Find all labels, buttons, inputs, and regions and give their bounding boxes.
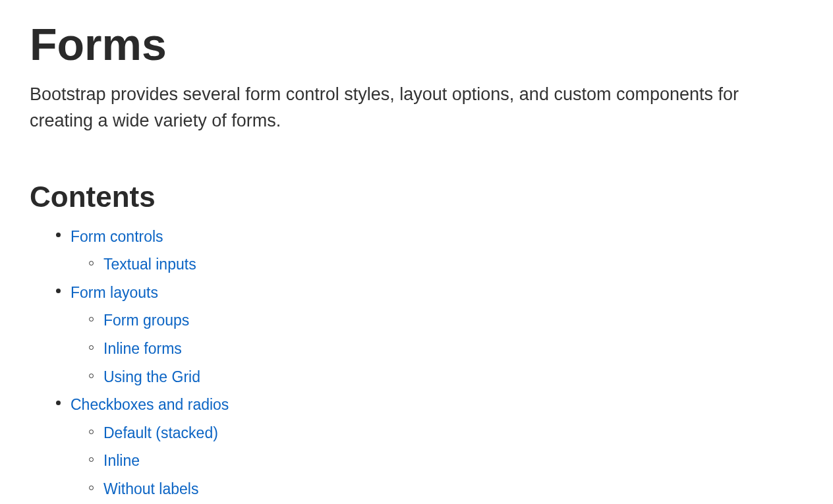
toc-subitem: Inline forms bbox=[89, 335, 803, 363]
toc-link-using-the-grid[interactable]: Using the Grid bbox=[103, 368, 200, 385]
toc-sublist: Form groups Inline forms Using the Grid bbox=[71, 306, 803, 391]
toc-subitem: Form groups bbox=[89, 306, 803, 335]
toc-link-default-stacked[interactable]: Default (stacked) bbox=[103, 424, 218, 441]
toc-link-without-labels[interactable]: Without labels bbox=[103, 480, 198, 497]
toc-subitem: Without labels bbox=[89, 475, 803, 503]
contents-heading: Contents bbox=[30, 181, 803, 213]
page-title: Forms bbox=[30, 20, 803, 69]
toc-subitem: Textual inputs bbox=[89, 250, 803, 279]
toc-subitem: Using the Grid bbox=[89, 363, 803, 391]
toc-link-form-groups[interactable]: Form groups bbox=[103, 312, 189, 329]
toc-link-inline[interactable]: Inline bbox=[103, 452, 140, 469]
toc-link-inline-forms[interactable]: Inline forms bbox=[103, 340, 182, 357]
toc-sublist: Default (stacked) Inline Without labels bbox=[71, 419, 803, 503]
toc-subitem: Default (stacked) bbox=[89, 419, 803, 447]
toc-subitem: Inline bbox=[89, 447, 803, 475]
toc-item: Form layouts Form groups Inline forms Us… bbox=[56, 279, 803, 391]
toc-link-checkboxes-and-radios[interactable]: Checkboxes and radios bbox=[71, 396, 229, 413]
toc-link-textual-inputs[interactable]: Textual inputs bbox=[103, 256, 196, 273]
table-of-contents: Form controls Textual inputs Form layout… bbox=[30, 223, 803, 503]
page-lead: Bootstrap provides several form control … bbox=[30, 81, 781, 134]
toc-link-form-controls[interactable]: Form controls bbox=[71, 228, 163, 245]
toc-sublist: Textual inputs bbox=[71, 250, 803, 279]
toc-link-form-layouts[interactable]: Form layouts bbox=[71, 284, 158, 301]
toc-item: Checkboxes and radios Default (stacked) … bbox=[56, 391, 803, 503]
toc-item: Form controls Textual inputs bbox=[56, 223, 803, 279]
